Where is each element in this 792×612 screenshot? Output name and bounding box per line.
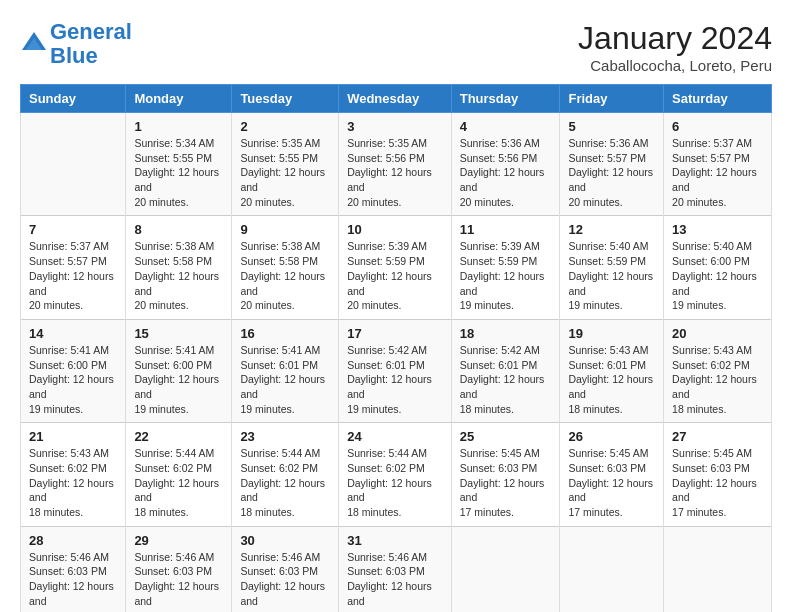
day-info: Sunrise: 5:46 AMSunset: 6:03 PMDaylight:… [347,550,443,612]
daylight-text-line2: 19 minutes. [460,298,552,313]
day-number: 26 [568,429,655,444]
daylight-text-line2: 18 minutes. [672,402,763,417]
column-header-tuesday: Tuesday [232,85,339,113]
column-header-friday: Friday [560,85,664,113]
daylight-text-line2: 17 minutes. [568,505,655,520]
calendar-cell [560,526,664,612]
sunset-text: Sunset: 6:01 PM [568,358,655,373]
sunrise-text: Sunrise: 5:41 AM [134,343,223,358]
page-header: General Blue January 2024 Caballococha, … [20,20,772,74]
daylight-text-line2: 20 minutes. [672,195,763,210]
sunset-text: Sunset: 5:55 PM [240,151,330,166]
day-number: 30 [240,533,330,548]
calendar-cell: 27Sunrise: 5:45 AMSunset: 6:03 PMDayligh… [664,423,772,526]
daylight-text-line1: Daylight: 12 hours and [460,269,552,298]
calendar-cell: 19Sunrise: 5:43 AMSunset: 6:01 PMDayligh… [560,319,664,422]
daylight-text-line1: Daylight: 12 hours and [29,579,117,608]
logo-line1: General [50,19,132,44]
column-header-saturday: Saturday [664,85,772,113]
day-number: 5 [568,119,655,134]
daylight-text-line1: Daylight: 12 hours and [240,372,330,401]
calendar-week-3: 14Sunrise: 5:41 AMSunset: 6:00 PMDayligh… [21,319,772,422]
calendar-cell [451,526,560,612]
calendar-cell: 23Sunrise: 5:44 AMSunset: 6:02 PMDayligh… [232,423,339,526]
sunrise-text: Sunrise: 5:41 AM [240,343,330,358]
day-number: 31 [347,533,443,548]
daylight-text-line2: 20 minutes. [134,298,223,313]
calendar-cell: 18Sunrise: 5:42 AMSunset: 6:01 PMDayligh… [451,319,560,422]
calendar-cell: 11Sunrise: 5:39 AMSunset: 5:59 PMDayligh… [451,216,560,319]
daylight-text-line2: 19 minutes. [672,298,763,313]
daylight-text-line2: 19 minutes. [134,402,223,417]
calendar-cell: 5Sunrise: 5:36 AMSunset: 5:57 PMDaylight… [560,113,664,216]
day-number: 6 [672,119,763,134]
calendar-week-5: 28Sunrise: 5:46 AMSunset: 6:03 PMDayligh… [21,526,772,612]
day-info: Sunrise: 5:34 AMSunset: 5:55 PMDaylight:… [134,136,223,209]
daylight-text-line1: Daylight: 12 hours and [134,579,223,608]
day-number: 20 [672,326,763,341]
daylight-text-line2: 17 minutes. [29,609,117,613]
daylight-text-line2: 18 minutes. [347,505,443,520]
sunset-text: Sunset: 6:03 PM [460,461,552,476]
calendar-cell: 22Sunrise: 5:44 AMSunset: 6:02 PMDayligh… [126,423,232,526]
day-info: Sunrise: 5:35 AMSunset: 5:55 PMDaylight:… [240,136,330,209]
sunrise-text: Sunrise: 5:46 AM [29,550,117,565]
day-info: Sunrise: 5:44 AMSunset: 6:02 PMDaylight:… [134,446,223,519]
daylight-text-line1: Daylight: 12 hours and [29,372,117,401]
day-number: 2 [240,119,330,134]
day-number: 3 [347,119,443,134]
sunset-text: Sunset: 5:59 PM [568,254,655,269]
sunrise-text: Sunrise: 5:44 AM [134,446,223,461]
daylight-text-line2: 19 minutes. [240,402,330,417]
calendar-cell: 2Sunrise: 5:35 AMSunset: 5:55 PMDaylight… [232,113,339,216]
day-number: 8 [134,222,223,237]
calendar-cell: 15Sunrise: 5:41 AMSunset: 6:00 PMDayligh… [126,319,232,422]
day-number: 27 [672,429,763,444]
daylight-text-line2: 19 minutes. [347,402,443,417]
daylight-text-line1: Daylight: 12 hours and [240,579,330,608]
day-number: 28 [29,533,117,548]
day-info: Sunrise: 5:42 AMSunset: 6:01 PMDaylight:… [347,343,443,416]
column-header-wednesday: Wednesday [339,85,452,113]
daylight-text-line2: 19 minutes. [568,298,655,313]
day-info: Sunrise: 5:41 AMSunset: 6:00 PMDaylight:… [29,343,117,416]
day-number: 16 [240,326,330,341]
sunset-text: Sunset: 6:03 PM [240,564,330,579]
daylight-text-line2: 20 minutes. [460,195,552,210]
daylight-text-line1: Daylight: 12 hours and [134,165,223,194]
daylight-text-line1: Daylight: 12 hours and [460,476,552,505]
title-area: January 2024 Caballococha, Loreto, Peru [578,20,772,74]
daylight-text-line2: 20 minutes. [29,298,117,313]
daylight-text-line2: 19 minutes. [29,402,117,417]
sunset-text: Sunset: 6:03 PM [347,564,443,579]
sunset-text: Sunset: 5:56 PM [347,151,443,166]
day-number: 21 [29,429,117,444]
calendar-cell: 25Sunrise: 5:45 AMSunset: 6:03 PMDayligh… [451,423,560,526]
column-header-sunday: Sunday [21,85,126,113]
daylight-text-line1: Daylight: 12 hours and [240,476,330,505]
calendar-cell [21,113,126,216]
daylight-text-line1: Daylight: 12 hours and [568,165,655,194]
month-title: January 2024 [578,20,772,57]
logo-icon [20,30,48,58]
daylight-text-line2: 18 minutes. [460,402,552,417]
calendar-cell: 29Sunrise: 5:46 AMSunset: 6:03 PMDayligh… [126,526,232,612]
sunrise-text: Sunrise: 5:35 AM [347,136,443,151]
daylight-text-line1: Daylight: 12 hours and [347,476,443,505]
sunset-text: Sunset: 6:02 PM [134,461,223,476]
day-info: Sunrise: 5:39 AMSunset: 5:59 PMDaylight:… [460,239,552,312]
day-info: Sunrise: 5:46 AMSunset: 6:03 PMDaylight:… [134,550,223,612]
sunset-text: Sunset: 5:59 PM [460,254,552,269]
sunset-text: Sunset: 6:02 PM [29,461,117,476]
sunset-text: Sunset: 6:00 PM [134,358,223,373]
day-number: 12 [568,222,655,237]
daylight-text-line2: 20 minutes. [240,195,330,210]
calendar-cell: 9Sunrise: 5:38 AMSunset: 5:58 PMDaylight… [232,216,339,319]
sunset-text: Sunset: 5:58 PM [134,254,223,269]
day-info: Sunrise: 5:40 AMSunset: 5:59 PMDaylight:… [568,239,655,312]
sunset-text: Sunset: 5:55 PM [134,151,223,166]
daylight-text-line2: 17 minutes. [460,505,552,520]
daylight-text-line1: Daylight: 12 hours and [347,372,443,401]
daylight-text-line2: 17 minutes. [240,609,330,613]
day-number: 29 [134,533,223,548]
